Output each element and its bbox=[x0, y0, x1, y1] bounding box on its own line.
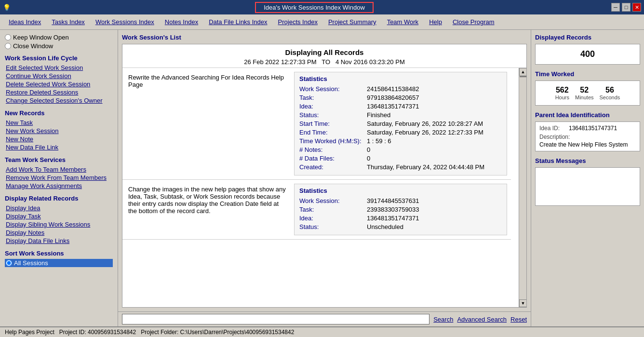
link-display-data-file-links[interactable]: Display Data File Links bbox=[6, 237, 113, 245]
stat-value-ws1: 241586411538482 bbox=[367, 85, 419, 93]
link-new-work-session[interactable]: New Work Session bbox=[6, 127, 113, 135]
title-bar: 💡 Idea's Work Sessions Index Window ─ □ … bbox=[0, 0, 644, 14]
section-display-related: Display Related Records bbox=[5, 195, 113, 202]
scroll-thumb[interactable] bbox=[520, 76, 526, 77]
stat-value-start1: Saturday, February 26, 2022 10:28:27 AM bbox=[367, 120, 483, 127]
link-display-idea[interactable]: Display Idea bbox=[6, 204, 113, 212]
displayed-records-box: 400 bbox=[535, 44, 640, 65]
link-new-task[interactable]: New Task bbox=[6, 119, 113, 127]
scroll-up-btn[interactable]: ▲ bbox=[519, 68, 526, 76]
stat-value-tw1: 1 : 59 : 6 bbox=[367, 137, 391, 145]
stat-value-notes1: 0 bbox=[367, 146, 370, 153]
link-remove-work-team[interactable]: Remove Work From Team Members bbox=[6, 174, 113, 182]
stat-label-idea2: Idea: bbox=[299, 215, 367, 222]
stat-status-1: Status: Finished bbox=[299, 111, 502, 119]
menu-work-sessions-index[interactable]: Work Sessions Index bbox=[92, 17, 158, 27]
menu-help[interactable]: Help bbox=[425, 17, 446, 27]
idea-id-label: Idea ID: bbox=[539, 125, 566, 132]
menu-tasks-index[interactable]: Tasks Index bbox=[48, 17, 89, 27]
link-display-sibling-sessions[interactable]: Display Sibling Work Sessions bbox=[6, 220, 113, 229]
advanced-search-button[interactable]: Advanced Search bbox=[457, 316, 507, 323]
menu-close-program[interactable]: Close Program bbox=[449, 17, 498, 27]
link-manage-assignments[interactable]: Manage Work Assignments bbox=[6, 182, 113, 190]
status-project-folder: Project Folder: C:\Users\Darren\Projects… bbox=[141, 329, 294, 336]
minimize-button[interactable]: ─ bbox=[611, 3, 620, 12]
time-worked-display: 562 Hours 52 Minutes 56 Seconds bbox=[539, 84, 636, 102]
stat-label-status1: Status: bbox=[299, 111, 367, 119]
status-bar: Help Pages Project Project ID: 400956931… bbox=[0, 326, 644, 337]
window-controls: ─ □ ✕ bbox=[611, 3, 641, 12]
link-new-data-file-link[interactable]: New Data File Link bbox=[6, 143, 113, 151]
window-behavior-group: Keep Window Open Close Window bbox=[5, 34, 113, 50]
stat-label-df1: # Data Files: bbox=[299, 155, 367, 162]
link-edit-work-session[interactable]: Edit Selected Work Session bbox=[6, 64, 113, 72]
keep-window-label: Keep Window Open bbox=[13, 34, 69, 41]
stat-task-2: Task: 239383303759033 bbox=[299, 206, 502, 213]
link-display-notes[interactable]: Display Notes bbox=[6, 229, 113, 237]
stat-work-session-2: Work Session: 391744845537631 bbox=[299, 197, 502, 204]
stat-notes-1: # Notes: 0 bbox=[299, 146, 502, 153]
link-delete-work-session[interactable]: Delete Selected Work Session bbox=[6, 80, 113, 88]
link-new-note[interactable]: New Note bbox=[6, 135, 113, 143]
link-continue-work-session[interactable]: Continue Work Session bbox=[6, 72, 113, 80]
sort-all-radio[interactable] bbox=[6, 260, 12, 266]
reset-button[interactable]: Reset bbox=[510, 316, 527, 323]
stat-status-2: Status: Unscheduled bbox=[299, 223, 502, 230]
sort-all-sessions[interactable]: All Sessions bbox=[5, 259, 113, 267]
link-restore-deleted[interactable]: Restore Deleted Sessions bbox=[6, 88, 113, 96]
stat-start-1: Start Time: Saturday, February 26, 2022 … bbox=[299, 120, 502, 127]
date-from: 26 Feb 2022 12:27:33 PM bbox=[244, 58, 316, 66]
stats-header-2: Statistics bbox=[299, 187, 502, 194]
seconds-unit: 56 Seconds bbox=[600, 86, 620, 100]
keep-window-radio[interactable] bbox=[5, 34, 11, 40]
scroll-down-btn[interactable]: ▼ bbox=[519, 299, 526, 307]
session-stats-2: Statistics Work Session: 391744845537631… bbox=[294, 184, 507, 235]
link-add-work-team[interactable]: Add Work To Team Members bbox=[6, 165, 113, 174]
close-window-radio[interactable] bbox=[5, 43, 11, 49]
link-change-owner[interactable]: Change Selected Session's Owner bbox=[6, 96, 113, 105]
close-button[interactable]: ✕ bbox=[632, 3, 641, 12]
hours-value: 562 bbox=[555, 86, 569, 94]
stat-task-1: Task: 979183864820657 bbox=[299, 94, 502, 101]
search-input[interactable] bbox=[122, 314, 429, 324]
menu-notes-index[interactable]: Notes Index bbox=[161, 17, 202, 27]
stat-value-task1: 979183864820657 bbox=[367, 94, 419, 101]
time-worked-section: Time Worked 562 Hours 52 Minutes 56 Seco… bbox=[535, 70, 640, 106]
minutes-label: Minutes bbox=[575, 94, 594, 100]
sessions-scroll-area[interactable]: Rewrite the Advanced Searching For Idea … bbox=[122, 68, 519, 307]
date-separator: TO bbox=[322, 58, 330, 66]
stat-value-status2: Unscheduled bbox=[367, 223, 403, 230]
stat-value-created1: Thursday, February 24, 2022 04:44:48 PM bbox=[367, 163, 484, 171]
display-title: Displaying All Records bbox=[122, 48, 526, 56]
menu-data-file-links-index[interactable]: Data File Links Index bbox=[205, 17, 271, 27]
sessions-list-container: Work Session's List Displaying All Recor… bbox=[118, 30, 531, 311]
search-bar: Search Advanced Search Reset bbox=[118, 311, 531, 326]
menu-bar: Ideas Index Tasks Index Work Sessions In… bbox=[0, 14, 644, 30]
search-button[interactable]: Search bbox=[433, 316, 453, 323]
status-messages-title: Status Messages bbox=[535, 157, 640, 164]
session-description-2: Change the images in the new help pages … bbox=[126, 184, 290, 235]
menu-project-summary[interactable]: Project Summary bbox=[324, 17, 380, 27]
session-card-2: Change the images in the new help pages … bbox=[122, 180, 511, 240]
app-icon: 💡 bbox=[3, 4, 17, 11]
close-window-radio-row: Close Window bbox=[5, 42, 113, 50]
time-worked-title: Time Worked bbox=[535, 70, 640, 78]
parent-idea-title: Parent Idea Identification bbox=[535, 111, 640, 119]
stats-header-1: Statistics bbox=[299, 75, 502, 82]
link-display-task[interactable]: Display Task bbox=[6, 212, 113, 220]
stat-label-ws2: Work Session: bbox=[299, 197, 367, 204]
stat-value-df1: 0 bbox=[367, 155, 370, 162]
main-content: Keep Window Open Close Window Work Sessi… bbox=[0, 30, 644, 326]
hours-label: Hours bbox=[555, 94, 569, 100]
parent-idea-section: Parent Idea Identification Idea ID: 1364… bbox=[535, 111, 640, 151]
stat-label-created1: Created: bbox=[299, 163, 367, 171]
scroll-track bbox=[519, 78, 526, 299]
maximize-button[interactable]: □ bbox=[622, 3, 631, 12]
stat-label-end1: End Time: bbox=[299, 129, 367, 136]
status-project: Help Pages Project bbox=[5, 329, 54, 336]
menu-projects-index[interactable]: Projects Index bbox=[274, 17, 322, 27]
menu-ideas-index[interactable]: Ideas Index bbox=[5, 17, 45, 27]
menu-team-work[interactable]: Team Work bbox=[383, 17, 423, 27]
idea-id-row: Idea ID: 136481351747371 bbox=[539, 125, 636, 132]
session-description-1: Rewrite the Advanced Searching For Idea … bbox=[126, 72, 290, 175]
